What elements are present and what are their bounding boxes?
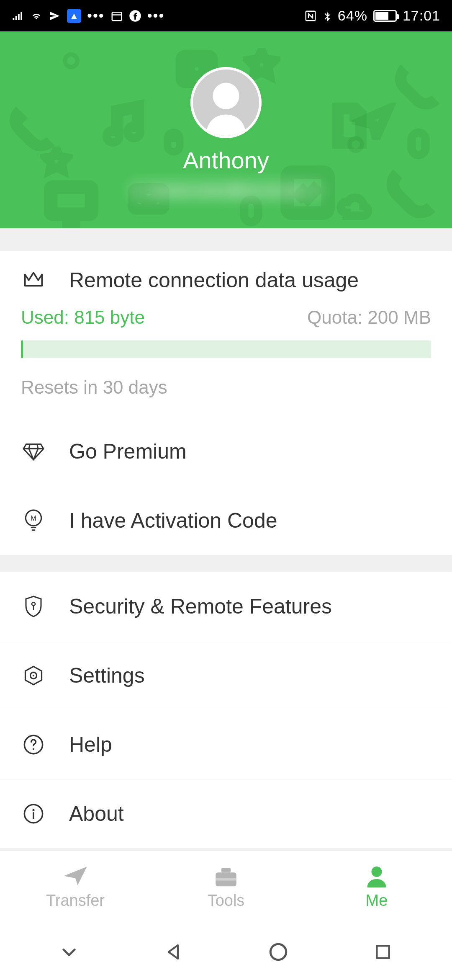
- svg-point-24: [32, 809, 34, 811]
- bottom-tab-bar: Transfer Tools Me: [0, 850, 452, 923]
- menu-item-label: Go Premium: [69, 439, 187, 464]
- section-gap: [0, 228, 452, 251]
- menu-group-premium: Go Premium M I have Activation Code: [0, 417, 452, 555]
- svg-point-20: [33, 675, 34, 676]
- usage-title: Remote connection data usage: [69, 268, 359, 292]
- nav-home[interactable]: [266, 939, 291, 965]
- overflow-notif-icon: •••: [147, 8, 165, 24]
- nfc-icon: [304, 10, 317, 22]
- menu-group-settings: Security & Remote Features Settings Help…: [0, 572, 452, 848]
- crown-icon: [21, 271, 46, 290]
- nav-back[interactable]: [161, 939, 186, 965]
- help-icon: [21, 734, 46, 756]
- status-left: ▲ ••• •••: [12, 8, 164, 24]
- tab-transfer[interactable]: Transfer: [0, 851, 151, 923]
- section-gap: [0, 555, 452, 572]
- android-status-bar: ▲ ••• ••• 64% 17:01: [0, 0, 452, 31]
- svg-point-10: [349, 138, 362, 151]
- svg-point-29: [372, 867, 382, 877]
- svg-point-11: [213, 83, 239, 109]
- profile-header: Anthony xxxxx.xxxx@xx.xx.xx: [0, 31, 452, 228]
- facebook-notif-icon: [129, 10, 141, 22]
- paper-plane-icon: [61, 864, 90, 887]
- tab-tools[interactable]: Tools: [151, 851, 301, 923]
- menu-item-premium[interactable]: Go Premium: [0, 417, 452, 486]
- nav-recent[interactable]: [370, 939, 396, 965]
- svg-point-5: [189, 61, 205, 77]
- app-notif-icon: ▲: [67, 9, 81, 23]
- toolbox-icon: [211, 864, 241, 887]
- menu-item-activation[interactable]: M I have Activation Code: [0, 486, 452, 555]
- clock-text: 17:01: [403, 8, 440, 24]
- svg-rect-27: [221, 868, 231, 872]
- svg-point-9: [65, 54, 77, 67]
- usage-progress-fill: [21, 340, 23, 358]
- android-nav-bar: [0, 923, 452, 980]
- menu-item-label: Security & Remote Features: [69, 594, 332, 619]
- person-icon: [362, 864, 391, 887]
- tab-label: Transfer: [46, 892, 105, 910]
- menu-item-label: Help: [69, 732, 112, 757]
- signal-icon: [12, 10, 24, 22]
- more-notif-icon: •••: [87, 8, 105, 24]
- svg-rect-6: [51, 187, 92, 214]
- menu-item-about[interactable]: About: [0, 779, 452, 848]
- menu-item-security[interactable]: Security & Remote Features: [0, 572, 452, 641]
- usage-reset-text: Resets in 30 days: [21, 377, 431, 398]
- menu-item-label: About: [69, 802, 124, 826]
- calendar-notif-icon: [110, 10, 123, 22]
- svg-rect-31: [377, 946, 389, 958]
- battery-icon: [373, 10, 397, 22]
- send-notif-icon: [49, 10, 61, 22]
- data-usage-card: Remote connection data usage Used: 815 b…: [0, 251, 452, 417]
- tab-me[interactable]: Me: [301, 851, 452, 923]
- tab-label: Me: [366, 892, 388, 910]
- info-icon: [21, 803, 46, 825]
- profile-name-text: Anthony: [183, 147, 269, 173]
- profile-email: xxxxx.xxxx@xx.xx.xx: [126, 181, 325, 199]
- wifi-icon: [30, 10, 43, 22]
- profile-email-text: xxxxx.xxxx@xx.xx.xx: [126, 179, 325, 201]
- profile-avatar[interactable]: [190, 67, 262, 138]
- svg-point-16: [32, 602, 35, 606]
- usage-used-text: Used: 815 byte: [21, 307, 145, 328]
- usage-progress-bar: [21, 340, 431, 358]
- shield-icon: [21, 595, 46, 618]
- svg-point-30: [270, 944, 286, 960]
- menu-item-label: I have Activation Code: [69, 508, 277, 533]
- menu-item-settings[interactable]: Settings: [0, 641, 452, 710]
- menu-item-help[interactable]: Help: [0, 710, 452, 779]
- svg-rect-0: [112, 12, 121, 21]
- usage-quota-text: Quota: 200 MB: [307, 307, 431, 328]
- menu-item-label: Settings: [69, 663, 145, 688]
- diamond-icon: [21, 441, 46, 462]
- status-right: 64% 17:01: [304, 8, 440, 24]
- svg-point-22: [33, 748, 35, 750]
- bulb-icon: M: [21, 508, 46, 533]
- svg-text:M: M: [31, 514, 36, 522]
- battery-percent: 64%: [338, 8, 367, 24]
- tab-label: Tools: [208, 892, 245, 910]
- profile-name: Anthony: [183, 147, 269, 174]
- svg-rect-28: [216, 878, 236, 881]
- bluetooth-icon: [321, 10, 334, 22]
- nav-chevron-down[interactable]: [56, 939, 82, 965]
- hexagon-settings-icon: [21, 665, 46, 686]
